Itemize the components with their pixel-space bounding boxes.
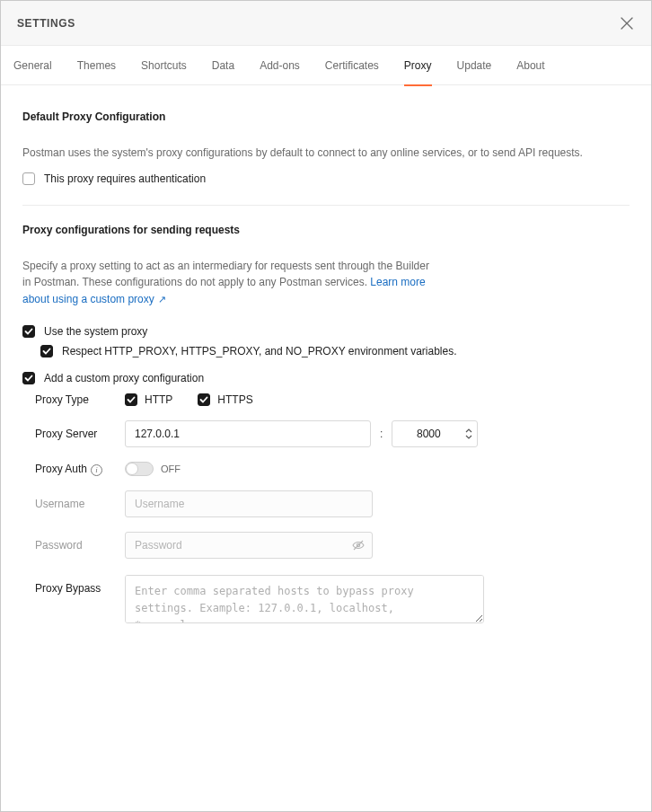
password-row: Password bbox=[35, 532, 630, 559]
eye-off-icon[interactable] bbox=[351, 538, 366, 552]
use-system-proxy-checkbox[interactable] bbox=[22, 325, 35, 338]
proxy-bypass-row: Proxy Bypass bbox=[35, 575, 630, 623]
proxy-auth-row: Proxy Authi OFF bbox=[35, 462, 630, 476]
tab-data[interactable]: Data bbox=[212, 46, 234, 85]
auth-required-row: This proxy requires authentication bbox=[22, 172, 630, 185]
http-checkbox[interactable] bbox=[125, 393, 137, 406]
tab-shortcuts[interactable]: Shortcuts bbox=[141, 46, 187, 85]
respect-env-label: Respect HTTP_PROXY, HTTPS_PROXY, and NO_… bbox=[62, 345, 457, 357]
proxy-bypass-textarea[interactable] bbox=[125, 575, 484, 623]
add-custom-row: Add a custom proxy configuration bbox=[22, 372, 630, 384]
proxy-host-input[interactable] bbox=[125, 420, 371, 447]
proxy-auth-label: Proxy Authi bbox=[35, 463, 116, 476]
http-label: HTTP bbox=[145, 393, 172, 406]
default-proxy-desc: Postman uses the system's proxy configur… bbox=[22, 145, 630, 162]
username-input[interactable] bbox=[125, 490, 373, 517]
tab-certificates[interactable]: Certificates bbox=[325, 46, 379, 85]
proxy-type-row: Proxy Type HTTP HTTPS bbox=[35, 393, 630, 406]
tab-themes[interactable]: Themes bbox=[77, 46, 116, 85]
https-checkbox[interactable] bbox=[198, 393, 210, 406]
proxy-bypass-label: Proxy Bypass bbox=[35, 575, 116, 595]
proxy-type-group: HTTP HTTPS bbox=[125, 393, 253, 406]
respect-env-checkbox[interactable] bbox=[40, 345, 53, 357]
password-label: Password bbox=[35, 539, 116, 552]
username-label: Username bbox=[35, 498, 116, 510]
tab-update[interactable]: Update bbox=[457, 46, 492, 85]
use-system-proxy-row: Use the system proxy bbox=[22, 325, 630, 338]
default-proxy-title: Default Proxy Configuration bbox=[22, 110, 630, 123]
proxy-settings-panel: Default Proxy Configuration Postman uses… bbox=[1, 85, 651, 656]
proxy-type-https: HTTPS bbox=[198, 393, 252, 406]
proxy-server-label: Proxy Server bbox=[35, 428, 116, 440]
settings-tabs: General Themes Shortcuts Data Add-ons Ce… bbox=[1, 46, 651, 85]
auth-required-checkbox[interactable] bbox=[22, 172, 35, 185]
host-port-separator: : bbox=[380, 428, 383, 440]
tab-proxy[interactable]: Proxy bbox=[404, 46, 432, 85]
add-custom-checkbox[interactable] bbox=[22, 372, 35, 384]
password-input[interactable] bbox=[125, 532, 373, 559]
settings-header: SETTINGS bbox=[1, 1, 651, 46]
proxy-type-http: HTTP bbox=[125, 393, 172, 406]
close-button[interactable] bbox=[617, 13, 637, 33]
proxy-server-row: Proxy Server : bbox=[35, 420, 630, 447]
auth-required-label: This proxy requires authentication bbox=[44, 172, 206, 185]
username-row: Username bbox=[35, 490, 630, 517]
divider bbox=[22, 205, 630, 206]
add-custom-label: Add a custom proxy configuration bbox=[44, 372, 204, 384]
close-icon bbox=[621, 17, 633, 30]
external-link-icon: ↗ bbox=[158, 294, 166, 304]
proxy-port-input[interactable] bbox=[392, 420, 478, 447]
tab-general[interactable]: General bbox=[13, 46, 52, 85]
settings-title: SETTINGS bbox=[17, 17, 75, 30]
sending-requests-desc: Specify a proxy setting to act as an int… bbox=[22, 258, 436, 308]
sending-requests-desc-text: Specify a proxy setting to act as an int… bbox=[22, 260, 429, 289]
tab-addons[interactable]: Add-ons bbox=[260, 46, 300, 85]
proxy-auth-toggle-label: OFF bbox=[161, 463, 181, 474]
sending-requests-title: Proxy configurations for sending request… bbox=[22, 224, 630, 236]
proxy-type-label: Proxy Type bbox=[35, 393, 116, 406]
custom-proxy-form: Proxy Type HTTP HTTPS Proxy Server bbox=[35, 393, 630, 623]
proxy-auth-toggle[interactable]: OFF bbox=[125, 462, 181, 476]
tab-about[interactable]: About bbox=[516, 46, 544, 85]
respect-env-row: Respect HTTP_PROXY, HTTPS_PROXY, and NO_… bbox=[40, 345, 630, 357]
https-label: HTTPS bbox=[217, 393, 252, 406]
use-system-proxy-label: Use the system proxy bbox=[44, 325, 147, 338]
info-icon[interactable]: i bbox=[91, 464, 102, 476]
